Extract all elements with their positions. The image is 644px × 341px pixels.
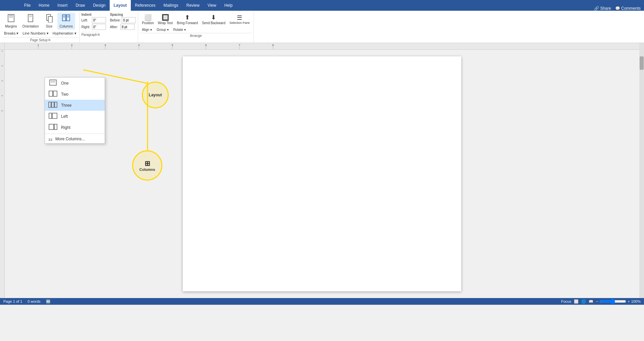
spacing-heading: Spacing (110, 13, 136, 16)
tab-layout[interactable]: Layout (110, 0, 131, 11)
indent-right-input[interactable] (92, 24, 106, 30)
web-layout-view[interactable]: 🌐 (581, 299, 586, 304)
columns-two-icon (48, 90, 58, 98)
bring-forward-button[interactable]: ⬆ Bring Forward (175, 13, 200, 26)
position-button[interactable]: ⬜ Position (140, 13, 156, 26)
tab-mailings[interactable]: Mailings (159, 0, 182, 11)
columns-left-label: Left (61, 114, 68, 119)
wrap-text-button[interactable]: 🔲 Wrap Text (156, 13, 175, 26)
svg-rect-37 (49, 102, 51, 107)
svg-rect-41 (52, 113, 57, 118)
bring-forward-icon: ⬆ (185, 14, 190, 21)
columns-right-item[interactable]: Right (45, 122, 105, 133)
tab-draw[interactable]: Draw (71, 0, 89, 11)
selection-pane-icon: ☰ (237, 14, 242, 21)
indent-left-label: Left: (82, 18, 91, 22)
wrap-text-icon: 🔲 (162, 14, 169, 21)
send-backward-button[interactable]: ⬇ Send Backward (200, 13, 227, 26)
size-label: Size (46, 25, 52, 29)
tab-references[interactable]: References (131, 0, 159, 11)
svg-text:1: 1 (38, 44, 39, 47)
svg-rect-32 (50, 80, 56, 85)
columns-three-item[interactable]: Three (45, 100, 105, 111)
language-indicator: 🔤 (46, 299, 51, 304)
tab-home[interactable]: Home (35, 0, 53, 11)
columns-one-item[interactable]: One (45, 78, 105, 89)
align-button[interactable]: Align ▾ (140, 27, 154, 32)
breaks-button[interactable]: Breaks ▾ (3, 30, 20, 37)
svg-rect-42 (49, 124, 54, 130)
zoom-in-button[interactable]: + (628, 299, 630, 303)
selection-pane-button[interactable]: ☰ Selection Pane (228, 13, 252, 26)
columns-dropdown: One Two Three (45, 77, 105, 144)
more-columns-label: More Columns... (55, 137, 85, 141)
zoom-slider[interactable] (599, 299, 626, 304)
tab-view[interactable]: View (204, 0, 220, 11)
scroll-corner (639, 43, 644, 50)
tab-review[interactable]: Review (182, 0, 203, 11)
columns-left-icon (48, 112, 58, 120)
more-columns-item[interactable]: ⚏ More Columns... (45, 135, 105, 143)
word-count: 0 words (28, 299, 41, 303)
tab-design[interactable]: Design (89, 0, 109, 11)
arrange-label: Arrange (140, 33, 252, 38)
tab-insert[interactable]: Insert (53, 0, 71, 11)
hyphenation-button[interactable]: Hyphenation ▾ (51, 30, 78, 37)
size-button[interactable]: Size (42, 13, 57, 30)
group-button[interactable]: Group ▾ (155, 27, 170, 32)
focus-button[interactable]: Focus (561, 299, 571, 303)
svg-rect-38 (52, 102, 54, 107)
status-bar: Page 1 of 1 0 words 🔤 Focus ⬜ 🌐 📖 − + 10… (0, 298, 644, 305)
columns-one-label: One (61, 81, 69, 86)
columns-two-item[interactable]: Two (45, 89, 105, 100)
svg-rect-35 (49, 91, 53, 96)
columns-right-label: Right (61, 125, 70, 130)
margins-button[interactable]: Margins (3, 13, 19, 30)
indent-col: Indent Left: Right: (82, 13, 106, 30)
vertical-ruler: 1 2 3 4 5 (0, 50, 5, 298)
position-icon: ⬜ (144, 14, 152, 21)
svg-text:7: 7 (239, 44, 240, 47)
print-layout-view[interactable]: ⬜ (574, 299, 579, 304)
page-setup-row: Margins Orientation Size (3, 13, 78, 30)
margins-icon (7, 14, 15, 24)
svg-text:3: 3 (105, 44, 106, 47)
page-setup-label: Page Setup ⧉ (3, 37, 78, 42)
rotate-button[interactable]: Rotate ▾ (172, 27, 187, 32)
indent-left-input[interactable] (92, 17, 106, 23)
svg-rect-36 (53, 91, 57, 96)
vertical-scrollbar[interactable] (639, 50, 644, 298)
indent-spacing-row: Indent Left: Right: Spacing Before: (82, 13, 136, 30)
scrollbar-thumb[interactable] (640, 56, 644, 70)
comments-button[interactable]: 💬 Comments (615, 6, 641, 11)
more-columns-icon: ⚏ (48, 136, 53, 142)
dropdown-divider (45, 134, 105, 134)
indent-spacing-group: Indent Left: Right: Spacing Before: (79, 12, 138, 43)
tab-help[interactable]: Help (220, 0, 237, 11)
svg-text:5: 5 (172, 44, 173, 47)
zoom-out-button[interactable]: − (596, 299, 598, 303)
zoom-level: 100% (631, 299, 641, 303)
ruler-corner (0, 43, 5, 50)
columns-three-label: Three (61, 103, 71, 108)
arrange-group: ⬜ Position 🔲 Wrap Text ⬆ Bring Forward ⬇… (138, 12, 254, 43)
tab-file[interactable]: File (20, 0, 35, 11)
indent-left-row: Left: (82, 17, 106, 23)
ruler-area: 1 2 3 4 5 6 7 8 (0, 43, 644, 50)
orientation-button[interactable]: Orientation (20, 13, 41, 30)
spacing-after-input[interactable] (120, 24, 135, 30)
svg-rect-8 (48, 16, 52, 22)
line-numbers-button[interactable]: Line Numbers ▾ (21, 30, 50, 37)
margins-label: Margins (5, 25, 17, 29)
doc-container: 1 2 3 4 5 6 7 8 1 2 3 4 5 (0, 43, 644, 298)
arrange-bottom-row: Align ▾ Group ▾ Rotate ▾ (140, 27, 252, 32)
share-button[interactable]: 🔗 Share (594, 6, 611, 11)
document-page (183, 56, 461, 291)
columns-left-item[interactable]: Left (45, 111, 105, 122)
read-mode-view[interactable]: 📖 (589, 299, 593, 304)
columns-button[interactable]: Columns (57, 13, 75, 30)
spacing-before-input[interactable] (122, 17, 136, 23)
tab-bar-right: 🔗 Share 💬 Comments (594, 6, 644, 11)
paragraph-label: Paragraph ⧉ (82, 32, 100, 37)
spacing-before-row: Before: (110, 17, 136, 23)
